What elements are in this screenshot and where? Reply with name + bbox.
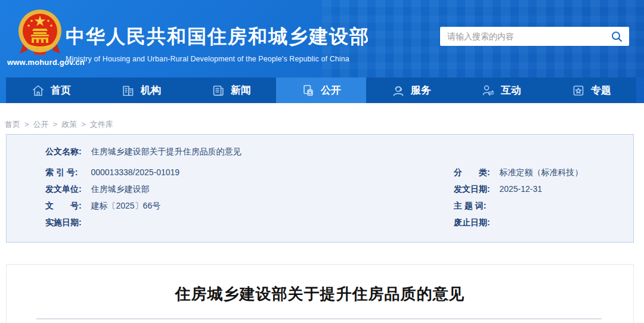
page: www.mohurd.gov.cn 中华人民共和国住房和城乡建设部 Minist… bbox=[0, 0, 644, 323]
interaction-icon bbox=[481, 83, 496, 98]
doc-field-value: 建标〔2025〕66号 bbox=[91, 201, 160, 210]
search-box bbox=[440, 27, 629, 46]
doc-field-label: 实施日期: bbox=[45, 214, 83, 231]
nav-item-interaction[interactable]: 互动 bbox=[456, 77, 546, 103]
article-title: 住房城乡建设部关于提升住房品质的意见 bbox=[7, 284, 633, 305]
site-header: www.mohurd.gov.cn 中华人民共和国住房和城乡建设部 Minist… bbox=[0, 0, 644, 103]
doc-field-value: 000013338/2025-01019 bbox=[91, 167, 179, 177]
disclosure-icon bbox=[301, 83, 315, 98]
main-nav: 首页 机构 新闻 bbox=[6, 77, 636, 103]
topics-icon bbox=[571, 83, 586, 98]
doc-field-document-number: 文 号: 建标〔2025〕66号 bbox=[45, 197, 454, 214]
doc-field-value: 2025-12-31 bbox=[499, 184, 542, 194]
doc-field-index-number: 索 引 号: 000013338/2025-01019 bbox=[45, 164, 454, 181]
building-icon bbox=[121, 83, 135, 98]
nav-item-disclosure[interactable]: 公开 bbox=[276, 77, 366, 103]
home-icon bbox=[31, 83, 45, 98]
nav-item-label: 互动 bbox=[501, 83, 521, 97]
site-title-block: 中华人民共和国住房和城乡建设部 Ministry of Housing and … bbox=[66, 24, 370, 63]
nav-item-news[interactable]: 新闻 bbox=[186, 77, 276, 103]
doc-field-value: 标准定额（标准科技） bbox=[499, 167, 583, 177]
document-info-box: 公文名称: 住房城乡建设部关于提升住房品质的意见 索 引 号: 00001333… bbox=[6, 134, 634, 243]
nav-item-home[interactable]: 首页 bbox=[6, 77, 96, 103]
nav-item-label: 首页 bbox=[51, 83, 71, 97]
doc-field-row: 实施日期: 废止日期: bbox=[45, 214, 633, 231]
service-icon bbox=[391, 83, 405, 98]
site-title-cn: 中华人民共和国住房和城乡建设部 bbox=[66, 24, 370, 50]
doc-field-label: 分 类: bbox=[454, 164, 492, 181]
doc-field-label: 废止日期: bbox=[454, 214, 492, 231]
doc-field-subject-words: 主 题 词: bbox=[454, 197, 497, 214]
doc-field-label: 文 号: bbox=[45, 197, 83, 214]
breadcrumb-item-disclosure[interactable]: 公开 bbox=[33, 119, 49, 130]
nav-item-label: 公开 bbox=[321, 83, 341, 97]
doc-field-issue-date: 发文日期: 2025-12-31 bbox=[454, 181, 542, 197]
breadcrumb: 首页 > 公开 > 政策 > 文件库 bbox=[0, 103, 644, 134]
china-national-emblem-icon bbox=[16, 8, 64, 57]
doc-field-effective-date: 实施日期: bbox=[45, 214, 454, 231]
doc-field-label: 索 引 号: bbox=[45, 164, 83, 181]
nav-item-label: 新闻 bbox=[231, 83, 251, 97]
doc-field-repeal-date: 废止日期: bbox=[454, 214, 497, 231]
breadcrumb-separator: > bbox=[24, 120, 29, 129]
search-icon bbox=[611, 31, 623, 42]
doc-field-row: 索 引 号: 000013338/2025-01019 分 类: 标准定额（标准… bbox=[45, 164, 633, 181]
breadcrumb-item-home[interactable]: 首页 bbox=[5, 119, 20, 130]
doc-field-label: 公文名称: bbox=[45, 144, 83, 159]
doc-field-label: 主 题 词: bbox=[454, 197, 492, 214]
doc-field-value: 住房城乡建设部关于提升住房品质的意见 bbox=[91, 147, 241, 156]
article-divider bbox=[36, 318, 602, 319]
breadcrumb-item-policy[interactable]: 政策 bbox=[61, 119, 77, 130]
nav-item-organization[interactable]: 机构 bbox=[96, 77, 186, 103]
doc-field-value: 住房城乡建设部 bbox=[91, 184, 149, 194]
nav-item-label: 专题 bbox=[591, 83, 611, 97]
nav-item-topics[interactable]: 专题 bbox=[546, 77, 636, 103]
news-icon bbox=[211, 83, 225, 98]
doc-field-label: 发文单位: bbox=[45, 181, 83, 197]
site-logo[interactable] bbox=[13, 8, 67, 57]
nav-item-services[interactable]: 服务 bbox=[366, 77, 456, 103]
search-button[interactable] bbox=[610, 30, 623, 43]
nav-item-label: 服务 bbox=[411, 83, 431, 97]
search-input[interactable] bbox=[447, 32, 610, 41]
site-title-en: Ministry of Housing and Urban-Rural Deve… bbox=[66, 55, 370, 63]
article-box: 住房城乡建设部关于提升住房品质的意见 bbox=[6, 264, 634, 323]
doc-field-row: 发文单位: 住房城乡建设部 发文日期: 2025-12-31 bbox=[45, 181, 633, 197]
doc-field-row: 文 号: 建标〔2025〕66号 主 题 词: bbox=[45, 197, 633, 214]
nav-item-label: 机构 bbox=[141, 83, 161, 97]
doc-field-name: 公文名称: 住房城乡建设部关于提升住房品质的意见 bbox=[45, 144, 633, 164]
doc-field-label: 发文日期: bbox=[454, 181, 492, 197]
breadcrumb-separator: > bbox=[53, 120, 58, 129]
breadcrumb-item-document-library[interactable]: 文件库 bbox=[90, 119, 113, 130]
breadcrumb-separator: > bbox=[81, 120, 86, 129]
doc-field-issuing-unit: 发文单位: 住房城乡建设部 bbox=[45, 181, 454, 197]
doc-field-category: 分 类: 标准定额（标准科技） bbox=[454, 164, 583, 181]
